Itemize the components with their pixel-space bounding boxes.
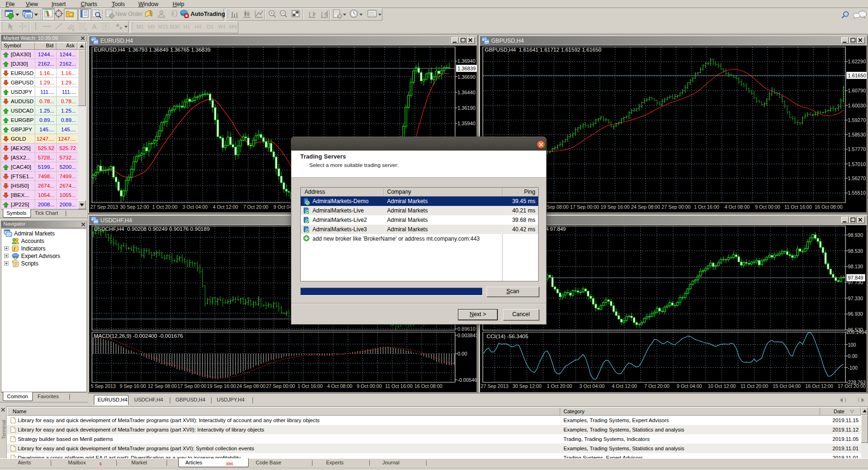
svg-text:30 Sep 12:00: 30 Sep 12:00 — [512, 384, 541, 389]
svg-text:9 Oct 04:00: 9 Oct 04:00 — [677, 384, 702, 389]
svg-text:96.930: 96.930 — [848, 311, 863, 317]
svg-text:1.58530: 1.58530 — [848, 132, 866, 137]
svg-text:27 Sep 00:00: 27 Sep 00:00 — [266, 384, 295, 389]
svg-text:1 Oct 20:00: 1 Oct 20:00 — [152, 205, 177, 210]
svg-text:98.530: 98.530 — [848, 248, 863, 254]
svg-text:27 Sep 2013: 27 Sep 2013 — [481, 384, 509, 389]
svg-text:12 Sep 08:00: 12 Sep 08:00 — [148, 384, 177, 389]
svg-text:19 Sep 16:00: 19 Sep 16:00 — [207, 384, 236, 389]
svg-text:1.36190: 1.36190 — [457, 105, 475, 111]
svg-text:4 Oct 12:00: 4 Oct 12:00 — [213, 205, 238, 210]
svg-text:EURUSD,H4 1.36793 1.36849 1.3: EURUSD,H4 1.36793 1.36849 1.36765 1.3683… — [94, 47, 211, 53]
svg-text:17 Sep 00:00: 17 Sep 00:00 — [570, 205, 599, 210]
svg-text:17 Oct 20:00: 17 Oct 20:00 — [838, 384, 866, 389]
svg-text:3 Oct 04:00: 3 Oct 04:00 — [579, 384, 605, 389]
svg-text:AutoTrading: AutoTrading — [190, 11, 225, 17]
svg-text:T: T — [104, 24, 107, 30]
svg-text:0.003841: 0.003841 — [457, 333, 477, 338]
svg-text:-100: -100 — [848, 365, 858, 371]
svg-text:4 Oct 08:00: 4 Oct 08:00 — [327, 384, 352, 389]
svg-text:1 Oct 20:00: 1 Oct 20:00 — [547, 384, 572, 389]
svg-text:1.36839: 1.36839 — [457, 66, 476, 71]
svg-text:11 Oct 16:00: 11 Oct 16:00 — [784, 205, 812, 210]
svg-text:9 Oct 00:00: 9 Oct 00:00 — [755, 205, 780, 210]
svg-text:209.1494: 209.1494 — [846, 330, 867, 335]
svg-text:GBPUSD,H4 1.61641 1.61712 1.6: GBPUSD,H4 1.61641 1.61712 1.61592 1.6165… — [485, 47, 602, 53]
svg-text:MACD(12,26,9) -0.002400 -0.001: MACD(12,26,9) -0.002400 -0.001676 — [94, 333, 183, 339]
svg-text:1.57770: 1.57770 — [848, 146, 866, 152]
svg-text:1.60790: 1.60790 — [848, 88, 866, 93]
svg-text:27 Sep 00:00: 27 Sep 00:00 — [662, 205, 691, 210]
svg-text:7 Oct 20:00: 7 Oct 20:00 — [644, 384, 670, 389]
svg-text:11 Oct 20:00: 11 Oct 20:00 — [740, 384, 768, 389]
svg-text:24 Sep 08:00: 24 Sep 08:00 — [631, 205, 660, 210]
svg-text:New Order: New Order — [115, 11, 143, 17]
svg-text:CCI(14) -56.3405: CCI(14) -56.3405 — [487, 334, 528, 339]
svg-text:1.36440: 1.36440 — [457, 90, 475, 95]
svg-text:24 Sep 08:00: 24 Sep 08:00 — [236, 384, 266, 389]
svg-text:1.60030: 1.60030 — [848, 103, 866, 108]
svg-text:1 Oct 16:00: 1 Oct 16:00 — [694, 205, 719, 210]
svg-text:3 Oct 04:00: 3 Oct 04:00 — [183, 205, 208, 210]
svg-text:1 Oct 16:00: 1 Oct 16:00 — [297, 384, 323, 389]
svg-text:1.35940: 1.35940 — [457, 121, 475, 126]
svg-text:10 Oct 12:00: 10 Oct 12:00 — [708, 384, 736, 389]
svg-text:USDCHF,H4 0.90208 0.90249 0.9: USDCHF,H4 0.90208 0.90249 0.90176 0.9018… — [94, 226, 210, 232]
svg-text:17 Sep 00:00: 17 Sep 00:00 — [177, 384, 206, 389]
svg-text:1.56270: 1.56270 — [848, 175, 866, 181]
svg-text:4 Oct 08:00: 4 Oct 08:00 — [724, 205, 750, 210]
svg-text:9 Sep 16:00: 9 Sep 16:00 — [120, 384, 146, 389]
svg-text:97.330: 97.330 — [848, 296, 863, 301]
svg-text:1.57010: 1.57010 — [848, 161, 866, 167]
svg-text:0.00: 0.00 — [457, 351, 467, 356]
svg-text:16 Oct 08:00: 16 Oct 08:00 — [815, 205, 843, 210]
svg-text:0.89610: 0.89610 — [457, 326, 475, 332]
svg-text:11 Oct 16:00: 11 Oct 16:00 — [385, 384, 413, 389]
svg-text:A: A — [92, 23, 97, 30]
svg-text:30 Sep 12:00: 30 Sep 12:00 — [120, 205, 149, 210]
svg-text:-0.00546: -0.00546 — [457, 377, 477, 383]
svg-text:7 Oct 20:00: 7 Oct 20:00 — [243, 205, 268, 210]
svg-text:1.59270: 1.59270 — [848, 117, 866, 123]
svg-text:9 Oct 00:00: 9 Oct 00:00 — [357, 384, 382, 389]
svg-text:16 Oct 12:00: 16 Oct 12:00 — [805, 384, 833, 389]
svg-text:97.849: 97.849 — [848, 275, 863, 280]
svg-text:E: E — [72, 28, 75, 31]
svg-text:0.00: 0.00 — [848, 354, 857, 359]
svg-text:1.36690: 1.36690 — [457, 74, 475, 80]
svg-text:5 Sep 2013: 5 Sep 2013 — [91, 384, 115, 389]
svg-text:1.61650: 1.61650 — [848, 73, 866, 78]
svg-text:16 Oct 08:00: 16 Oct 08:00 — [414, 384, 442, 389]
svg-text:98.130: 98.130 — [848, 264, 863, 269]
svg-text:F: F — [84, 28, 87, 31]
svg-text:15 Oct 04:00: 15 Oct 04:00 — [773, 384, 801, 389]
svg-text:1.62290: 1.62290 — [848, 59, 866, 64]
svg-text:19 Sep 16:00: 19 Sep 16:00 — [601, 205, 630, 210]
svg-text:4 Oct 12:00: 4 Oct 12:00 — [612, 384, 637, 389]
svg-text:1.36940: 1.36940 — [457, 58, 475, 64]
svg-text:27 Sep 2013: 27 Sep 2013 — [91, 205, 118, 210]
svg-text:98.930: 98.930 — [848, 232, 863, 238]
svg-text:1.55510: 1.55510 — [848, 190, 866, 196]
svg-text:100: 100 — [848, 342, 856, 348]
